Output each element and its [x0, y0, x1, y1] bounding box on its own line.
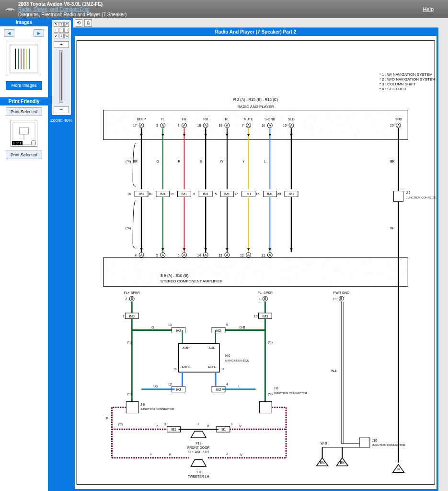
- svg-text:G-B: G-B: [240, 326, 246, 329]
- zoom-out-button[interactable]: −: [54, 106, 69, 113]
- pan-s-button[interactable]: ↓: [59, 34, 64, 38]
- svg-text:20: 20: [390, 124, 394, 127]
- svg-text:IM3: IM3: [129, 315, 135, 318]
- svg-rect-150: [359, 438, 370, 447]
- pan-n-button[interactable]: ↑: [59, 22, 64, 27]
- print-selected-top-button[interactable]: Print Selected: [6, 107, 42, 116]
- svg-text:AUO+: AUO+: [182, 365, 191, 369]
- content: ⟲ ⎙ Radio And Player (7 Speaker) Part 2 …: [73, 18, 438, 491]
- svg-rect-216: [126, 402, 138, 413]
- images-header: Images: [0, 18, 48, 26]
- svg-text:W-B: W-B: [331, 369, 338, 373]
- svg-text:6: 6: [193, 192, 195, 196]
- diagram-title: Radio And Player (7 Speaker) Part 2: [73, 28, 438, 36]
- print-header: Print Friendly: [0, 97, 48, 105]
- svg-text:IB1: IB1: [221, 428, 226, 431]
- svg-text:(*1): (*1): [127, 393, 132, 396]
- svg-text:V: V: [207, 424, 209, 428]
- wiring-diagram: * 1 : W/ NAVIGATION SYSTEM* 2 : W/O NAVI…: [75, 36, 437, 489]
- prev-thumb-button[interactable]: ◄: [4, 29, 14, 37]
- svg-text:G: G: [151, 326, 154, 329]
- svg-text:* 1 : W/ NAVIGATION SYSTEM: * 1 : W/ NAVIGATION SYSTEM: [379, 72, 433, 77]
- svg-text:JUNCTION CONNECTOR: JUNCTION CONNECTOR: [406, 196, 437, 199]
- svg-text:9: 9: [259, 297, 261, 301]
- svg-text:20: 20: [277, 192, 281, 196]
- svg-text:2: 2: [125, 297, 127, 301]
- svg-text:GND: GND: [395, 117, 402, 121]
- svg-text:A: A: [161, 253, 164, 257]
- svg-text:19: 19: [218, 124, 222, 127]
- zoom-slider[interactable]: [59, 50, 63, 103]
- svg-text:W-B: W-B: [321, 442, 327, 445]
- svg-text:A: A: [183, 253, 185, 257]
- svg-text:IA2: IA2: [216, 329, 221, 332]
- left-panel: Images ◄ ► More Images Print Friendly Pr…: [0, 18, 48, 491]
- svg-text:11: 11: [262, 254, 265, 257]
- help-link[interactable]: Help: [423, 6, 434, 12]
- zoom-in-button[interactable]: +: [54, 41, 69, 48]
- pan-center-button[interactable]: ·: [59, 28, 64, 33]
- svg-text:V: V: [239, 424, 241, 428]
- svg-text:A: A: [397, 124, 400, 127]
- pan-w-button[interactable]: ←: [54, 28, 58, 33]
- svg-text:SPEAKER LH: SPEAKER LH: [188, 450, 209, 454]
- zoom-controls: ↖ ↑ ↗ ← · → ↙ ↓ ↘ + −: [52, 20, 71, 115]
- pan-e-button[interactable]: →: [64, 28, 69, 33]
- svg-text:N 6: N 6: [225, 354, 230, 357]
- category-link[interactable]: Radio, Stereo, and Compact Disc: [18, 7, 423, 12]
- pan-sw-button[interactable]: ↙: [54, 34, 58, 38]
- svg-text:IA2: IA2: [176, 329, 181, 332]
- refresh-icon[interactable]: ⟲: [75, 19, 82, 27]
- svg-text:IM1: IM1: [246, 192, 252, 196]
- svg-text:R 2 (A) , R15 (B) , R16 (C): R 2 (A) , R15 (B) , R16 (C): [233, 97, 278, 102]
- svg-text:10: 10: [283, 124, 287, 127]
- svg-text:B: B: [340, 297, 343, 300]
- svg-text:3: 3: [122, 315, 124, 318]
- svg-text:A: A: [205, 124, 207, 127]
- svg-text:17: 17: [234, 192, 238, 196]
- svg-text:A: A: [269, 124, 271, 127]
- thumbnail[interactable]: [7, 42, 41, 76]
- next-thumb-button[interactable]: ►: [34, 29, 44, 37]
- svg-text:12: 12: [168, 383, 172, 386]
- pan-nw-button[interactable]: ↖: [54, 22, 58, 27]
- more-images-button[interactable]: More Images: [6, 81, 42, 90]
- svg-text:16: 16: [262, 124, 265, 127]
- page-label: 1 of 1: [12, 141, 23, 145]
- diagram-viewport[interactable]: * 1 : W/ NAVIGATION SYSTEM* 2 : W/O NAVI…: [75, 36, 437, 489]
- svg-text:IM1: IM1: [224, 192, 230, 196]
- svg-text:J 3: J 3: [406, 191, 410, 194]
- print-selected-bottom-button[interactable]: Print Selected: [6, 151, 42, 159]
- svg-text:J 6: J 6: [140, 403, 145, 406]
- print-icon[interactable]: ⎙: [84, 19, 92, 27]
- svg-text:T 8: T 8: [196, 470, 201, 474]
- svg-text:1: 1: [231, 422, 233, 426]
- svg-text:R: R: [178, 160, 181, 163]
- pan-ne-button[interactable]: ↗: [64, 22, 69, 27]
- svg-text:13: 13: [333, 297, 337, 301]
- svg-text:RL: RL: [225, 117, 229, 121]
- svg-text:STEREO COMPONENT AMPLIFIER: STEREO COMPONENT AMPLIFIER: [161, 279, 223, 283]
- car-icon: [5, 7, 15, 12]
- pan-se-button[interactable]: ↘: [64, 34, 69, 38]
- svg-text:18: 18: [149, 192, 152, 196]
- svg-text:10: 10: [254, 315, 258, 318]
- svg-text:B: B: [131, 297, 133, 300]
- svg-text:AUO-: AUO-: [207, 365, 216, 369]
- svg-text:TWEETER LH: TWEETER LH: [188, 475, 209, 478]
- svg-text:FRONT DOOR: FRONT DOOR: [187, 446, 210, 449]
- svg-text:A: A: [247, 124, 250, 127]
- svg-text:BR: BR: [133, 160, 138, 163]
- svg-text:J 6: J 6: [274, 386, 278, 390]
- print-thumbnail[interactable]: 1 of 1: [11, 120, 37, 147]
- svg-text:A: A: [140, 253, 143, 257]
- svg-text:L: L: [239, 385, 241, 388]
- header-text: 2003 Toyota Avalon V6-3.0L (1MZ-FE) Radi…: [18, 1, 423, 17]
- svg-text:B: B: [200, 160, 202, 163]
- svg-text:Y: Y: [242, 160, 245, 163]
- svg-text:12: 12: [240, 254, 244, 257]
- svg-text:MUTE: MUTE: [244, 117, 253, 121]
- zoom-panel: ↖ ↑ ↗ ← · → ↙ ↓ ↘ + − Zoom: 46%: [50, 18, 73, 491]
- print-checkbox[interactable]: [31, 140, 36, 145]
- svg-text:BN: BN: [340, 461, 345, 464]
